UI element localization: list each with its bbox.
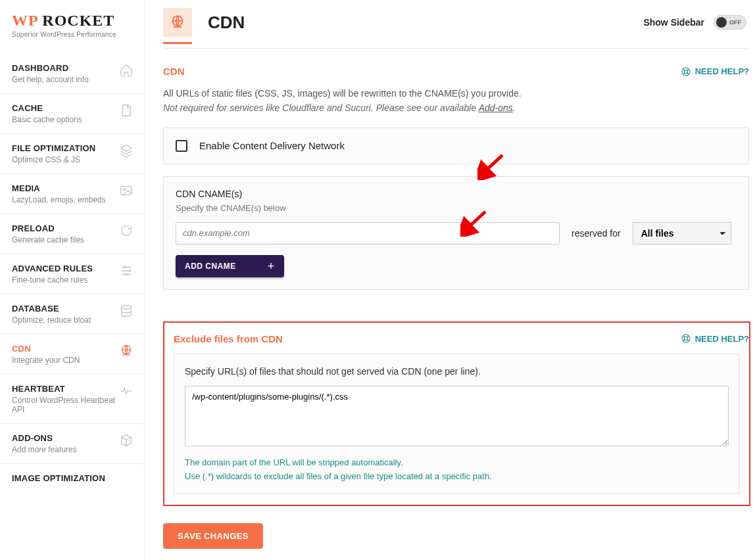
svg-point-9 bbox=[684, 70, 687, 73]
file-icon bbox=[119, 103, 134, 118]
addons-link[interactable]: Add-ons bbox=[479, 103, 513, 113]
nav-title: MEDIA bbox=[12, 183, 106, 193]
nav-title: CDN bbox=[12, 344, 80, 354]
need-help-link[interactable]: NEED HELP? bbox=[681, 66, 749, 77]
exclude-hint-2: Use (.*) wildcards to exclude all files … bbox=[185, 470, 729, 484]
toggle-knob bbox=[716, 17, 727, 28]
enable-cdn-panel: Enable Content Delivery Network bbox=[163, 128, 749, 164]
need-help-link[interactable]: NEED HELP? bbox=[681, 333, 749, 344]
logo: WP ROCKET Superior WordPress Performance bbox=[0, 0, 144, 42]
cname-input[interactable] bbox=[176, 222, 560, 245]
nav-title: CACHE bbox=[12, 103, 82, 113]
sidebar-item-media[interactable]: MEDIALazyLoad, emojis, embeds bbox=[0, 174, 144, 214]
svg-point-3 bbox=[129, 270, 131, 272]
sidebar-nav: DASHBOARDGet help, account info CACHEBas… bbox=[0, 54, 144, 487]
exclude-hint: The domain part of the URL will be strip… bbox=[185, 456, 729, 484]
package-icon bbox=[119, 433, 134, 448]
cdn-section: CDN NEED HELP? All URLs of static files … bbox=[163, 49, 753, 290]
nav-title: IMAGE OPTIMIZATION bbox=[12, 473, 105, 483]
svg-rect-0 bbox=[121, 187, 132, 195]
logo-brand-wp: WP bbox=[12, 12, 37, 29]
nav-sub: Control WordPress Heartbeat API bbox=[12, 396, 119, 414]
exclude-textarea[interactable] bbox=[185, 386, 729, 446]
reserved-for-label: reserved for bbox=[571, 228, 621, 239]
nav-title: DASHBOARD bbox=[12, 63, 89, 73]
nav-title: DATABASE bbox=[12, 304, 91, 314]
exclude-hint-1: The domain part of the URL will be strip… bbox=[185, 456, 729, 470]
cdn-desc-line1: All URLs of static files (CSS, JS, image… bbox=[163, 86, 749, 101]
nav-sub: Basic cache options bbox=[12, 115, 82, 124]
nav-sub: Optimize CSS & JS bbox=[12, 155, 95, 164]
nav-title: PRELOAD bbox=[12, 223, 84, 233]
nav-sub: Generate cache files bbox=[12, 235, 84, 245]
cname-panel: CDN CNAME(s) Specify the CNAME(s) below … bbox=[163, 176, 749, 290]
image-icon bbox=[119, 183, 134, 198]
enable-cdn-row[interactable]: Enable Content Delivery Network bbox=[176, 140, 737, 152]
show-sidebar-toggle[interactable]: OFF bbox=[714, 15, 746, 30]
layers-icon bbox=[119, 143, 134, 158]
nav-title: ADD-ONS bbox=[12, 433, 77, 443]
svg-point-4 bbox=[126, 273, 128, 275]
sidebar-item-image-optimization[interactable]: IMAGE OPTIMIZATION bbox=[0, 464, 144, 487]
svg-point-14 bbox=[682, 335, 690, 342]
nav-sub: Integrate your CDN bbox=[12, 356, 80, 365]
cdn-section-title: CDN bbox=[163, 66, 185, 77]
sidebar-item-preload[interactable]: PRELOADGenerate cache files bbox=[0, 214, 144, 254]
page-globe-icon bbox=[163, 8, 192, 37]
reserved-for-select[interactable]: All files bbox=[633, 222, 731, 245]
nav-title: ADVANCED RULES bbox=[12, 264, 93, 273]
sidebar: WP ROCKET Superior WordPress Performance… bbox=[0, 0, 145, 560]
sidebar-item-addons[interactable]: ADD-ONSAdd more features bbox=[0, 424, 144, 464]
sidebar-item-cache[interactable]: CACHEBasic cache options bbox=[0, 94, 144, 134]
svg-point-2 bbox=[124, 266, 126, 268]
cname-title: CDN CNAME(s) bbox=[176, 189, 737, 199]
main: CDN Show Sidebar OFF CDN NEED HELP? bbox=[145, 0, 753, 560]
svg-point-5 bbox=[122, 306, 132, 310]
svg-point-8 bbox=[682, 68, 690, 76]
exclude-section: Exclude files from CDN NEED HELP? Specif… bbox=[163, 321, 750, 507]
enable-cdn-label: Enable Content Delivery Network bbox=[199, 140, 345, 151]
logo-tagline: Superior WordPress Performance bbox=[12, 31, 132, 38]
help-icon bbox=[681, 333, 691, 344]
home-icon bbox=[119, 63, 134, 78]
sidebar-item-heartbeat[interactable]: HEARTBEATControl WordPress Heartbeat API bbox=[0, 375, 144, 424]
sliders-icon bbox=[119, 264, 134, 278]
heartbeat-icon bbox=[119, 384, 134, 398]
sidebar-item-advanced-rules[interactable]: ADVANCED RULESFine-tune cache rules bbox=[0, 254, 144, 294]
add-cname-label: ADD CNAME bbox=[185, 262, 236, 271]
exclude-label: Specify URL(s) of files that should not … bbox=[185, 366, 729, 377]
enable-cdn-checkbox[interactable] bbox=[176, 140, 187, 152]
show-sidebar-label: Show Sidebar bbox=[643, 17, 704, 28]
nav-sub: Add more features bbox=[12, 445, 77, 454]
help-text: NEED HELP? bbox=[695, 334, 749, 344]
plus-icon: + bbox=[268, 260, 275, 272]
cdn-description: All URLs of static files (CSS, JS, image… bbox=[163, 86, 749, 116]
nav-sub: Get help, account info bbox=[12, 75, 89, 84]
refresh-icon bbox=[119, 223, 134, 238]
nav-sub: Fine-tune cache rules bbox=[12, 275, 93, 285]
help-icon bbox=[681, 66, 691, 77]
tab-underline bbox=[163, 42, 192, 44]
nav-sub: Optimize, reduce bloat bbox=[12, 315, 91, 325]
nav-title: FILE OPTIMIZATION bbox=[12, 143, 95, 153]
page-header: CDN Show Sidebar OFF bbox=[163, 8, 753, 37]
sidebar-item-database[interactable]: DATABASEOptimize, reduce bloat bbox=[0, 294, 144, 335]
exclude-title: Exclude files from CDN bbox=[174, 333, 283, 344]
logo-brand-rocket: ROCKET bbox=[37, 12, 114, 29]
sidebar-item-cdn[interactable]: CDNIntegrate your CDN bbox=[0, 335, 144, 375]
globe-icon bbox=[119, 344, 134, 358]
page-title: CDN bbox=[208, 12, 245, 33]
toggle-state: OFF bbox=[729, 19, 741, 26]
cname-subtitle: Specify the CNAME(s) below bbox=[176, 203, 737, 213]
cdn-desc-line2a: Not required for services like Cloudflar… bbox=[163, 103, 479, 113]
save-changes-button[interactable]: SAVE CHANGES bbox=[163, 523, 263, 549]
sidebar-item-dashboard[interactable]: DASHBOARDGet help, account info bbox=[0, 54, 144, 94]
add-cname-button[interactable]: ADD CNAME + bbox=[176, 255, 284, 277]
svg-point-15 bbox=[684, 337, 687, 340]
sidebar-item-file-optimization[interactable]: FILE OPTIMIZATIONOptimize CSS & JS bbox=[0, 134, 144, 174]
nav-sub: LazyLoad, emojis, embeds bbox=[12, 195, 106, 204]
database-icon bbox=[119, 304, 134, 318]
help-text: NEED HELP? bbox=[695, 66, 749, 76]
cdn-desc-line2b: . bbox=[513, 103, 516, 113]
exclude-panel: Specify URL(s) of files that should not … bbox=[174, 354, 740, 495]
